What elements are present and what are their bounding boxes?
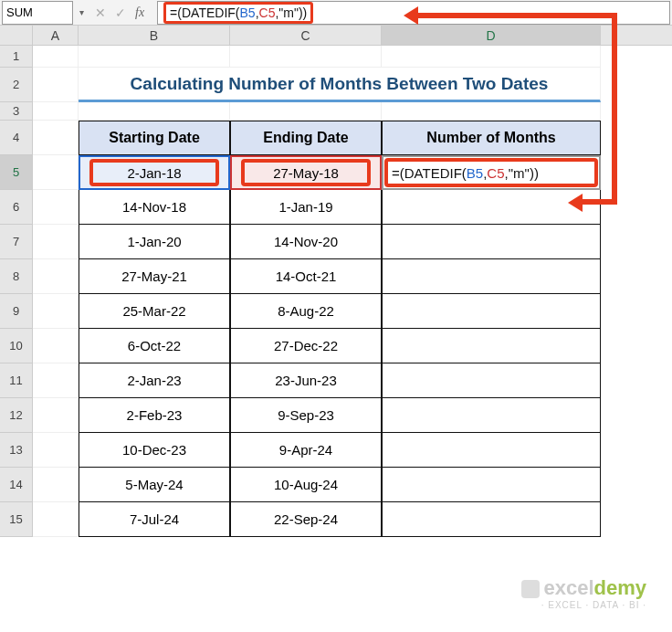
cell[interactable]	[382, 46, 601, 68]
column-header-row: A B C D	[0, 26, 672, 46]
cell[interactable]	[33, 102, 79, 121]
name-box[interactable]: SUM	[2, 1, 73, 25]
grid-row: 10 6-Oct-22 27-Dec-22	[0, 329, 672, 363]
row-header[interactable]: 1	[0, 46, 33, 68]
cell[interactable]	[33, 329, 79, 363]
cell[interactable]: 27-Dec-22	[230, 329, 382, 363]
cell[interactable]: 9-Apr-24	[230, 433, 382, 468]
cell[interactable]	[382, 190, 601, 225]
row-header[interactable]: 8	[0, 259, 33, 294]
cell-b5[interactable]: 2-Jan-18	[79, 155, 230, 190]
watermark-logo: exceldemy	[521, 576, 646, 600]
cell[interactable]: 14-Oct-21	[230, 259, 382, 294]
grid-row: 1	[0, 46, 672, 68]
grid-row: 3	[0, 102, 672, 121]
cell[interactable]	[382, 294, 601, 329]
cell[interactable]: 8-Aug-22	[230, 294, 382, 329]
grid-row: 9 25-Mar-22 8-Aug-22	[0, 294, 672, 329]
row-header[interactable]: 15	[0, 502, 33, 537]
grid-row: 7 1-Jan-20 14-Nov-20	[0, 225, 672, 259]
cell[interactable]	[33, 398, 79, 433]
cell[interactable]: 1-Jan-19	[230, 190, 382, 225]
select-all-corner[interactable]	[0, 26, 33, 45]
cell[interactable]: 2-Feb-23	[79, 398, 230, 433]
cell[interactable]	[33, 363, 79, 398]
cell[interactable]: 14-Nov-20	[230, 225, 382, 259]
column-header-d[interactable]: D	[382, 26, 601, 45]
cell[interactable]: 2-Jan-23	[79, 363, 230, 398]
cell[interactable]	[382, 329, 601, 363]
formula-bar-input[interactable]: =(DATEDIF(B5,C5,"m"))	[157, 1, 670, 25]
grid-row: 5 2-Jan-18 27-May-18 =(DATEDIF(B5,C5,"m"…	[0, 155, 672, 190]
cell[interactable]	[33, 121, 79, 155]
title-cell[interactable]: Calculating Number of Months Between Two…	[79, 68, 601, 102]
cell[interactable]	[33, 68, 79, 102]
cell[interactable]	[382, 363, 601, 398]
cell[interactable]	[33, 46, 79, 68]
formula-text: =(DATEDIF(B5,C5,"m"))	[170, 5, 307, 20]
cell[interactable]: 10-Aug-24	[230, 468, 382, 502]
cell[interactable]: 25-Mar-22	[79, 294, 230, 329]
grid-row: 2 Calculating Number of Months Between T…	[0, 68, 672, 102]
row-header[interactable]: 7	[0, 225, 33, 259]
cancel-icon[interactable]: ✕	[95, 5, 106, 20]
row-header[interactable]: 9	[0, 294, 33, 329]
formula-bar-icons: ✕ ✓ fx	[88, 5, 155, 20]
row-header[interactable]: 3	[0, 102, 33, 121]
grid-row: 13 10-Dec-23 9-Apr-24	[0, 433, 672, 468]
row-header[interactable]: 2	[0, 68, 33, 102]
row-header[interactable]: 12	[0, 398, 33, 433]
cell[interactable]: 10-Dec-23	[79, 433, 230, 468]
header-starting-date[interactable]: Starting Date	[79, 121, 230, 155]
cell[interactable]: 14-Nov-18	[79, 190, 230, 225]
watermark-subtitle: · EXCEL · DATA · BI ·	[521, 600, 646, 610]
row-header[interactable]: 13	[0, 433, 33, 468]
cell[interactable]	[79, 102, 230, 121]
cell[interactable]: 5-May-24	[79, 468, 230, 502]
cell[interactable]: 6-Oct-22	[79, 329, 230, 363]
row-header[interactable]: 11	[0, 363, 33, 398]
cell[interactable]: 23-Jun-23	[230, 363, 382, 398]
column-header-a[interactable]: A	[33, 26, 79, 45]
cell[interactable]	[382, 225, 601, 259]
fx-icon[interactable]: fx	[135, 5, 144, 20]
row-header[interactable]: 14	[0, 468, 33, 502]
cell[interactable]: 9-Sep-23	[230, 398, 382, 433]
enter-icon[interactable]: ✓	[115, 5, 126, 20]
cell[interactable]	[382, 259, 601, 294]
header-number-of-months[interactable]: Number of Months	[382, 121, 601, 155]
cell[interactable]	[382, 398, 601, 433]
cell-c5[interactable]: 27-May-18	[230, 155, 382, 190]
row-header[interactable]: 4	[0, 121, 33, 155]
cell[interactable]	[382, 468, 601, 502]
cell[interactable]	[382, 102, 601, 121]
column-header-b[interactable]: B	[79, 26, 230, 45]
cell[interactable]	[33, 433, 79, 468]
cell[interactable]: 27-May-21	[79, 259, 230, 294]
header-ending-date[interactable]: Ending Date	[230, 121, 382, 155]
cell[interactable]	[33, 190, 79, 225]
annotation-box: 2-Jan-18	[89, 159, 219, 186]
cell[interactable]: 7-Jul-24	[79, 502, 230, 537]
cell-d5[interactable]: =(DATEDIF(B5,C5,"m"))	[382, 155, 601, 190]
cell[interactable]	[230, 102, 382, 121]
row-header[interactable]: 5	[0, 155, 33, 190]
cell[interactable]	[33, 155, 79, 190]
cell[interactable]: 22-Sep-24	[230, 502, 382, 537]
cell[interactable]	[230, 46, 382, 68]
cell[interactable]	[382, 502, 601, 537]
row-header[interactable]: 10	[0, 329, 33, 363]
grid-row: 4 Starting Date Ending Date Number of Mo…	[0, 121, 672, 155]
cell[interactable]	[33, 502, 79, 537]
cell[interactable]	[33, 259, 79, 294]
cell[interactable]	[79, 46, 230, 68]
annotation-box: 27-May-18	[241, 159, 371, 186]
row-header[interactable]: 6	[0, 190, 33, 225]
column-header-c[interactable]: C	[230, 26, 382, 45]
name-box-dropdown-icon[interactable]: ▾	[75, 7, 88, 17]
cell[interactable]	[33, 225, 79, 259]
cell[interactable]: 1-Jan-20	[79, 225, 230, 259]
cell[interactable]	[33, 294, 79, 329]
cell[interactable]	[382, 433, 601, 468]
cell[interactable]	[33, 468, 79, 502]
